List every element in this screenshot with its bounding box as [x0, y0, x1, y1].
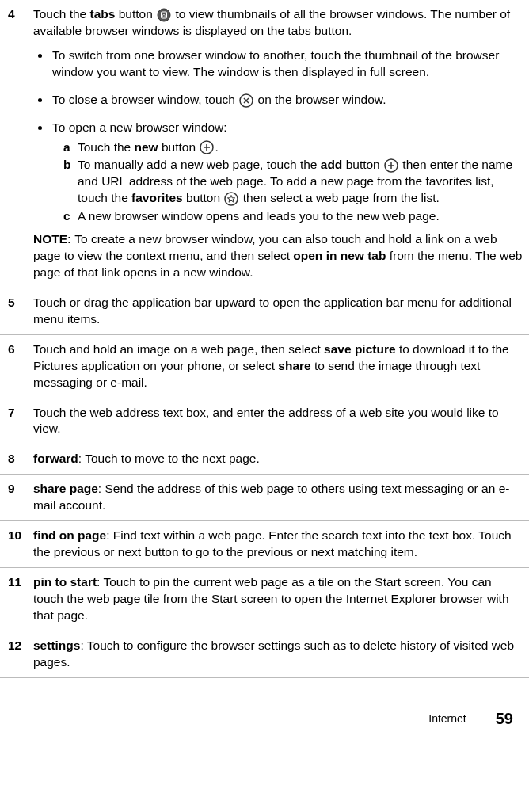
step-number: 10	[0, 521, 29, 568]
step-number: 6	[0, 334, 29, 398]
bold-text: new	[135, 140, 158, 154]
bold-text: share	[278, 359, 310, 372]
text: button	[342, 158, 383, 171]
substep-letter: c	[63, 208, 76, 225]
step-row-10: 10 find on page: Find text within a web …	[0, 521, 529, 568]
bold-text: pin to start	[33, 575, 97, 589]
page-footer: Internet 59	[0, 678, 529, 745]
step-content: settings: Touch to configure the browser…	[29, 631, 529, 677]
substep-a: a Touch the new button .	[63, 139, 524, 156]
plus-icon	[384, 158, 398, 173]
step-row-9: 9 share page: Send the address of this w…	[0, 475, 529, 521]
bold-text: share page	[33, 482, 98, 495]
text: To switch from one browser window to ano…	[52, 48, 499, 78]
step-row-12: 12 settings: Touch to configure the brow…	[0, 631, 529, 677]
step-number: 7	[0, 398, 29, 444]
text: button	[158, 140, 200, 154]
text: To open a new browser window:	[52, 120, 227, 134]
footer-section: Internet	[428, 711, 466, 726]
substeps: a Touch the new button . b To manually a…	[63, 139, 524, 226]
step-number: 9	[0, 475, 29, 521]
close-icon	[239, 93, 253, 108]
substep-b: b To manually add a new web page, touch …	[63, 157, 524, 207]
bold-text: tabs	[90, 7, 116, 21]
bold-text: settings	[33, 639, 80, 652]
text: To close a browser window, touch	[52, 93, 238, 106]
substep-text: To manually add a new web page, touch th…	[78, 157, 524, 207]
text: Touch the	[78, 140, 135, 154]
text: Touch and hold an image on a web page, t…	[33, 342, 324, 356]
note: NOTE: To create a new browser window, yo…	[33, 231, 524, 281]
step-row-7: 7 Touch the web address text box, and en…	[0, 398, 529, 444]
bullet-list: To switch from one browser window to ano…	[33, 48, 524, 225]
bold-text: find on page	[33, 528, 106, 542]
note-label: NOTE:	[33, 232, 71, 246]
page-number: 59	[496, 708, 513, 730]
bold-text: forward	[33, 452, 78, 465]
text: : Send the address of this web page to o…	[33, 482, 509, 512]
step-content: Touch the tabs button 0 to view thumbnai…	[29, 0, 529, 288]
text: button	[115, 7, 156, 21]
plus-icon	[200, 140, 214, 154]
step-row-8: 8 forward: Touch to move to the next pag…	[0, 444, 529, 475]
text: Touch the	[33, 7, 90, 21]
document-page: 4 Touch the tabs button 0 to view thumbn…	[0, 0, 529, 745]
step-content: Touch or drag the application bar upward…	[29, 288, 529, 334]
bold-text: add	[321, 158, 343, 171]
step-row-6: 6 Touch and hold an image on a web page,…	[0, 334, 529, 398]
bold-text: open in new tab	[293, 249, 386, 262]
substep-c: c A new browser window opens and leads y…	[63, 208, 524, 225]
steps-table: 4 Touch the tabs button 0 to view thumbn…	[0, 0, 529, 678]
text: To manually add a new web page, touch th…	[78, 158, 321, 171]
step-content: find on page: Find text within a web pag…	[29, 521, 529, 568]
bold-text: favorites	[131, 191, 183, 204]
step-number: 5	[0, 288, 29, 334]
substep-letter: a	[63, 139, 76, 156]
step-paragraph: Touch the tabs button 0 to view thumbnai…	[33, 6, 524, 40]
text: : Touch to move to the next page.	[78, 452, 260, 465]
step-number: 8	[0, 444, 29, 475]
bullet-item: To open a new browser window: a Touch th…	[51, 120, 524, 226]
step-row-11: 11 pin to start: Touch to pin the curren…	[0, 567, 529, 631]
text: on the browser window.	[254, 93, 386, 106]
step-content: forward: Touch to move to the next page.	[29, 444, 529, 475]
text: .	[215, 140, 218, 154]
substep-letter: b	[63, 157, 76, 207]
bullet-item: To close a browser window, touch on the …	[51, 92, 524, 109]
step-content: Touch the web address text box, and ente…	[29, 398, 529, 444]
text: button	[183, 191, 224, 204]
bullet-item: To switch from one browser window to ano…	[51, 48, 524, 81]
step-row-5: 5 Touch or drag the application bar upwa…	[0, 288, 529, 334]
text: : Touch to configure the browser setting…	[33, 639, 514, 669]
step-content: share page: Send the address of this web…	[29, 475, 529, 521]
step-content: pin to start: Touch to pin the current w…	[29, 567, 529, 631]
step-row-4: 4 Touch the tabs button 0 to view thumbn…	[0, 0, 529, 288]
favorites-icon	[224, 192, 238, 206]
step-number: 11	[0, 567, 29, 631]
substep-text: A new browser window opens and leads you…	[78, 208, 440, 225]
text: then select a web page from the list.	[239, 191, 439, 204]
bold-text: save picture	[324, 342, 395, 356]
substep-text: Touch the new button .	[78, 139, 219, 156]
step-number: 4	[0, 0, 29, 288]
step-number: 12	[0, 631, 29, 677]
text: : Touch to pin the current web page as a…	[33, 575, 509, 622]
footer-divider	[481, 710, 481, 727]
tabs-icon: 0	[157, 8, 171, 22]
step-content: Touch and hold an image on a web page, t…	[29, 334, 529, 398]
